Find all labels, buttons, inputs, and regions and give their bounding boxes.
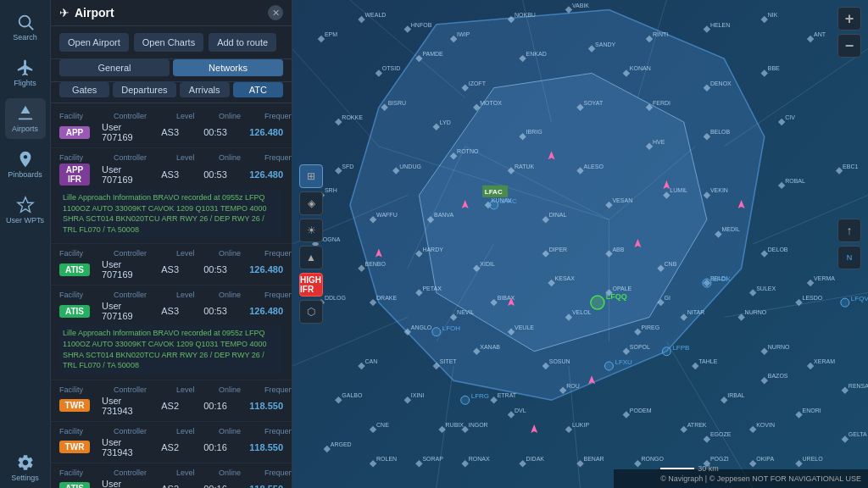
facility-online-0: 00:53: [203, 127, 237, 137]
facility-badge-6: ATIS: [59, 482, 90, 488]
sidebar-item-pinboards[interactable]: Pinboards: [5, 144, 46, 185]
layer-control-6[interactable]: ⬡: [299, 300, 323, 324]
open-charts-button[interactable]: Open Charts: [134, 33, 203, 52]
facility-item-6: Facility Controller Level Online Frequen…: [51, 463, 292, 488]
svg-line-1: [28, 25, 32, 30]
scale-label: 30 km: [698, 464, 719, 473]
facility-badge-0: APP: [59, 126, 90, 139]
layer-control-1[interactable]: ⊞: [299, 164, 323, 188]
add-to-route-button[interactable]: Add to route: [209, 33, 276, 52]
facility-item-2: Facility Controller Level Online Frequen…: [51, 244, 292, 286]
sidebar-item-userwpts[interactable]: User WPTs: [5, 190, 46, 230]
sidebar-label-userwpts: User WPTs: [6, 216, 44, 225]
sidebar-label-search: Search: [13, 33, 37, 42]
map-top-controls: + −: [837, 7, 861, 58]
tab-general[interactable]: General: [59, 59, 170, 76]
facility-freq-0: 126.480: [249, 127, 283, 137]
copyright-text: © Navigraph | © Jeppesen NOT FOR NAVIGAT…: [660, 474, 861, 483]
facility-list: Facility Controller Level Online Frequen…: [51, 103, 292, 488]
facility-badge-3: ATIS: [59, 305, 90, 318]
tab-networks[interactable]: Networks: [173, 59, 283, 76]
sidebar-label-airports: Airports: [12, 125, 38, 133]
facility-level-6: AS2: [161, 484, 192, 488]
sidebar-item-flights[interactable]: Flights: [5, 53, 46, 93]
facility-level-1: AS3: [161, 169, 192, 180]
atis-text-1: Lille Approach Information BRAVO recorde…: [59, 189, 283, 238]
sidebar: Search Flights Airports Pinboards User W…: [0, 0, 51, 488]
compass-button[interactable]: N: [837, 246, 861, 269]
facility-online-5: 00:16: [203, 442, 237, 452]
sub-tabs: Gates Departures Arrivals ATC: [51, 82, 292, 103]
sub-tab-gates[interactable]: Gates: [59, 82, 109, 97]
north-button[interactable]: ↑: [837, 219, 861, 242]
facility-badge-2: ATIS: [59, 263, 90, 276]
facility-online-3: 00:53: [203, 306, 237, 316]
sub-tab-arrivals[interactable]: Arrivals: [180, 82, 230, 97]
facility-online-4: 00:16: [203, 401, 237, 411]
panel-action-buttons: Open Airport Open Charts Add to route: [51, 26, 292, 59]
layer-control-5[interactable]: HIGH IFR: [299, 273, 323, 297]
facility-badge-4: TWR: [59, 399, 90, 412]
map-canvas: [292, 0, 868, 488]
svg-marker-3: [17, 197, 32, 212]
facility-badge-5: TWR: [59, 441, 90, 453]
facility-level-3: AS3: [161, 306, 192, 316]
panel-header: ✈ Airport ✕: [51, 0, 292, 26]
sidebar-item-airports[interactable]: Airports: [5, 98, 46, 139]
airport-panel: ✈ Airport ✕ Open Airport Open Charts Add…: [51, 0, 292, 488]
svg-rect-2: [18, 119, 32, 120]
facility-level-2: AS3: [161, 264, 192, 274]
facility-level-0: AS3: [161, 127, 192, 137]
facility-badge-1: APPIFR: [59, 164, 90, 186]
facility-freq-4: 118.550: [249, 401, 283, 411]
map-nav-controls: ↑ N: [837, 219, 861, 269]
sidebar-label-settings: Settings: [11, 474, 39, 482]
main-tabs: General Networks: [51, 59, 292, 82]
sidebar-label-pinboards: Pinboards: [8, 170, 42, 179]
facility-item-4: Facility Controller Level Online Frequen…: [51, 380, 292, 422]
close-button[interactable]: ✕: [268, 5, 283, 20]
layer-control-3[interactable]: ☀: [299, 219, 323, 242]
facility-controller-4: User 731943: [102, 396, 149, 416]
facility-controller-2: User 707169: [102, 259, 149, 280]
sub-tab-atc[interactable]: ATC: [233, 82, 283, 97]
map-area[interactable]: ⊞ ◈ ☀ ▲ HIGH IFR ⬡ + − ↑ N 30 km © Navig…: [292, 0, 868, 488]
facility-freq-2: 126.480: [249, 264, 283, 274]
svg-point-0: [19, 16, 30, 27]
sub-tab-departures[interactable]: Departures: [113, 82, 175, 97]
sidebar-label-flights: Flights: [14, 79, 36, 87]
facility-level-5: AS2: [161, 442, 192, 452]
facility-level-4: AS2: [161, 401, 192, 411]
facility-item-3: Facility Controller Level Online Frequen…: [51, 286, 292, 380]
facility-controller-6: User 731943: [102, 479, 149, 488]
facility-controller-5: User 731943: [102, 437, 149, 458]
facility-item-0: Facility Controller Level Online Frequen…: [51, 107, 292, 148]
facility-freq-1: 126.480: [249, 169, 283, 180]
airport-icon: ✈: [59, 6, 70, 19]
facility-online-1: 00:53: [203, 169, 237, 180]
zoom-in-button[interactable]: +: [837, 7, 861, 30]
facility-controller-1: User 707169: [102, 164, 149, 185]
facility-freq-3: 126.480: [249, 306, 283, 316]
sidebar-item-settings[interactable]: Settings: [5, 447, 46, 488]
facility-online-6: 00:16: [203, 484, 237, 488]
facility-controller-0: User 707169: [102, 122, 149, 142]
map-copyright: 30 km © Navigraph | © Jeppesen NOT FOR N…: [660, 464, 861, 483]
facility-item-1: Facility Controller Level Online Frequen…: [51, 148, 292, 244]
facility-freq-5: 118.550: [249, 442, 283, 452]
layer-control-4[interactable]: ▲: [299, 246, 323, 269]
facility-freq-6: 118.550: [249, 484, 283, 488]
facility-online-2: 00:53: [203, 264, 237, 274]
facility-controller-3: User 707169: [102, 301, 149, 321]
facility-item-5: Facility Controller Level Online Frequen…: [51, 422, 292, 463]
layer-control-2[interactable]: ◈: [299, 191, 323, 215]
sidebar-item-search[interactable]: Search: [5, 7, 46, 47]
atis-text-3: Lille Approach Information BRAVO recorde…: [59, 324, 283, 374]
zoom-out-button[interactable]: −: [837, 34, 861, 58]
panel-title: Airport: [75, 6, 268, 19]
map-left-controls: ⊞ ◈ ☀ ▲ HIGH IFR ⬡: [299, 164, 323, 324]
open-airport-button[interactable]: Open Airport: [59, 33, 129, 52]
